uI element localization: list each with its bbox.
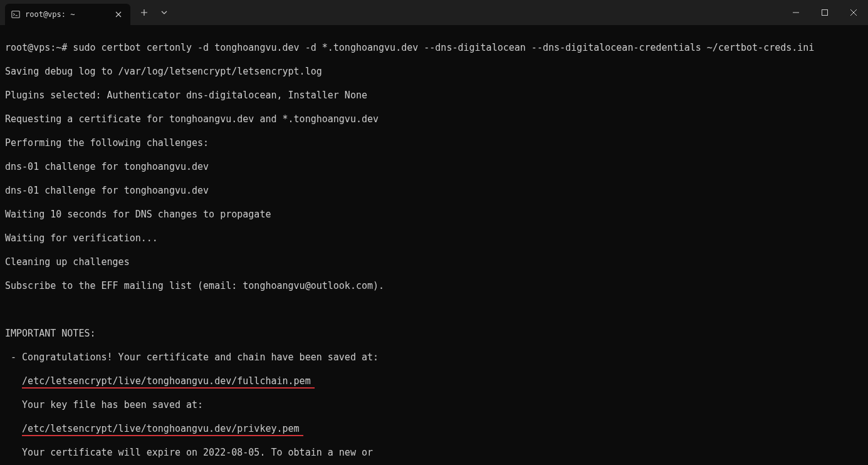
output-line: /etc/letsencrypt/live/tonghoangvu.dev/fu… xyxy=(5,375,863,387)
tab-active[interactable]: root@vps: ~ xyxy=(5,4,130,25)
output-line: /etc/letsencrypt/live/tonghoangvu.dev/pr… xyxy=(5,423,863,435)
output-line: dns-01 challenge for tonghoangvu.dev xyxy=(5,185,863,197)
output-line: Your key file has been saved at: xyxy=(5,399,863,411)
fullchain-path: /etc/letsencrypt/live/tonghoangvu.dev/fu… xyxy=(22,375,311,387)
tab-dropdown-button[interactable] xyxy=(154,4,174,21)
tab-title: root@vps: ~ xyxy=(25,10,108,19)
titlebar-drag-region[interactable] xyxy=(174,0,782,25)
output-line: Waiting for verification... xyxy=(5,232,863,244)
close-window-button[interactable] xyxy=(839,0,868,25)
terminal-viewport[interactable]: root@vps:~# sudo certbot certonly -d ton… xyxy=(0,25,868,465)
tab-close-button[interactable] xyxy=(113,9,124,20)
titlebar: root@vps: ~ xyxy=(0,0,868,25)
terminal-window: root@vps: ~ root@vps:~# sudo certb xyxy=(0,0,868,465)
output-line: - Congratulations! Your certificate and … xyxy=(5,352,863,363)
output-line: Waiting 10 seconds for DNS changes to pr… xyxy=(5,209,863,221)
output-line: Requesting a certificate for tonghoangvu… xyxy=(5,113,863,125)
maximize-button[interactable] xyxy=(810,0,839,25)
command-text: sudo certbot certonly -d tonghoangvu.dev… xyxy=(67,42,814,53)
output-line: Your certificate will expire on 2022-08-… xyxy=(5,447,863,459)
output-line: Performing the following challenges: xyxy=(5,137,863,149)
output-line: dns-01 challenge for tonghoangvu.dev xyxy=(5,161,863,173)
minimize-button[interactable] xyxy=(782,0,810,25)
svg-rect-0 xyxy=(12,11,19,18)
output-line: Saving debug log to /var/log/letsencrypt… xyxy=(5,66,863,78)
terminal-icon xyxy=(11,10,20,19)
shell-prompt: root@vps:~# xyxy=(5,42,67,53)
privkey-path: /etc/letsencrypt/live/tonghoangvu.dev/pr… xyxy=(22,423,300,435)
output-blank xyxy=(5,304,863,316)
window-controls xyxy=(782,0,868,25)
output-line: Cleaning up challenges xyxy=(5,256,863,268)
svg-rect-1 xyxy=(822,10,828,16)
tab-strip: root@vps: ~ xyxy=(0,0,130,25)
output-heading: IMPORTANT NOTES: xyxy=(5,328,863,340)
output-line: Subscribe to the EFF mailing list (email… xyxy=(5,280,863,292)
new-tab-button[interactable] xyxy=(134,4,154,21)
output-line: Plugins selected: Authenticator dns-digi… xyxy=(5,90,863,102)
